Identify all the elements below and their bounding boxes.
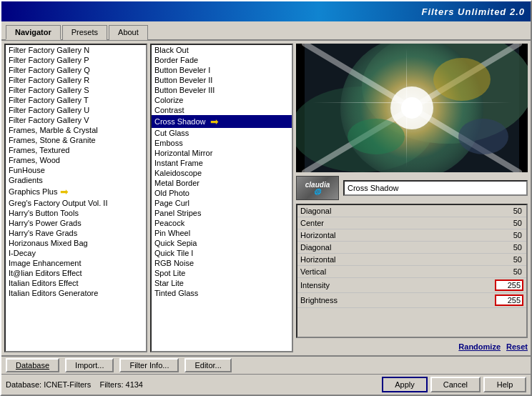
left-filter-list[interactable]: Filter Factory Gallery N Filter Factory … [4,44,147,352]
param-row-diagonal2: Diagonal 50 [297,242,526,254]
tab-navigator[interactable]: Navigator [6,25,61,40]
tab-presets[interactable]: Presets [62,25,107,40]
filter-logo: claudia 🌐 [296,176,339,200]
reset-button[interactable]: Reset [506,342,528,351]
middle-item[interactable]: Button Beveler III [152,85,292,95]
list-item[interactable]: Frames, Marble & Crystal [6,125,146,135]
arrow-icon: ➡ [60,186,69,197]
middle-item[interactable]: Pin Wheel [152,228,292,238]
middle-item[interactable]: Kaleidoscope [152,168,292,178]
middle-item[interactable]: Emboss [152,138,292,148]
bottom-toolbar: Database Import... Filter Info... Editor… [1,355,531,374]
randomize-button[interactable]: Randomize [458,342,501,351]
param-row-horizontal1: Horizontal 50 [297,229,526,242]
middle-item[interactable]: Quick Sepia [152,238,292,248]
main-window: Filters Unlimited 2.0 Navigator Presets … [0,0,532,396]
middle-item[interactable]: Spot Lite [152,268,292,278]
param-row-center: Center 50 [297,217,526,229]
param-row-horizontal2: Horizontal 50 [297,254,526,266]
footer-buttons: Apply Cancel Help [382,377,526,392]
middle-item[interactable]: Horizontal Mirror [152,148,292,158]
middle-item[interactable]: Border Fade [152,55,292,65]
list-item[interactable]: Filter Factory Gallery S [6,85,146,95]
randomize-reset-row: Randomize Reset [296,341,528,352]
apply-button[interactable]: Apply [382,377,428,392]
middle-item[interactable]: Contrast [152,105,292,115]
list-item[interactable]: Filter Factory Gallery N [6,45,146,55]
filter-info-button[interactable]: Filter Info... [119,358,179,372]
middle-item[interactable]: Button Beveler II [152,75,292,85]
svg-point-12 [458,119,508,154]
param-row-brightness: Brightness 255 [297,293,526,308]
list-item[interactable]: Harry's Button Tools [6,208,146,218]
cancel-button[interactable]: Cancel [430,377,481,392]
list-item[interactable]: Italian Editors Effect [6,278,146,288]
middle-item[interactable]: Old Photo [152,188,292,198]
middle-item[interactable]: Panel Stripes [152,208,292,218]
middle-filter-list[interactable]: Black Out Border Fade Button Beveler I B… [150,44,293,352]
middle-item[interactable]: Peacock [152,218,292,228]
list-item[interactable]: Filter Factory Gallery T [6,95,146,105]
list-item[interactable]: Filter Factory Gallery R [6,75,146,85]
import-button[interactable]: Import... [65,358,114,372]
middle-item[interactable]: Metal Border [152,178,292,188]
middle-item[interactable]: Star Lite [152,278,292,288]
param-row-vertical: Vertical 50 [297,266,526,278]
filter-info-row: claudia 🌐 Cross Shadow [296,175,528,201]
list-item[interactable]: Greg's Factory Output Vol. II [6,198,146,208]
arrow-icon: ➡ [210,116,219,127]
list-item[interactable]: Horizonaus Mixed Bag [6,238,146,248]
list-item[interactable]: Graphics Plus ➡ [6,185,146,198]
footer: Database: ICNET-Filters Filters: 4134 Ap… [1,374,531,395]
database-button[interactable]: Database [6,358,59,372]
right-panel: claudia 🌐 Cross Shadow Diagonal 50 Cente… [296,44,528,352]
svg-point-9 [401,97,423,119]
middle-item[interactable]: Page Curl [152,198,292,208]
list-item[interactable]: Filter Factory Gallery U [6,105,146,115]
title-text: Filters Unlimited 2.0 [421,6,525,17]
list-item[interactable]: Harry's Power Grads [6,218,146,228]
middle-item[interactable]: Cut Glass [152,128,292,138]
middle-item[interactable]: Tinted Glass [152,288,292,298]
tab-about[interactable]: About [109,25,148,40]
list-item[interactable]: I-Decay [6,248,146,258]
middle-item[interactable]: Instant Frame [152,158,292,168]
list-item[interactable]: Filter Factory Gallery P [6,55,146,65]
preview-canvas [296,44,528,172]
editor-button[interactable]: Editor... [184,358,231,372]
help-button[interactable]: Help [483,377,526,392]
main-content: Filter Factory Gallery N Filter Factory … [1,41,531,355]
param-row-diagonal1: Diagonal 50 [297,205,526,217]
list-item[interactable]: Frames, Stone & Granite [6,135,146,145]
tab-bar: Navigator Presets About [1,21,531,41]
middle-item[interactable]: RGB Noise [152,258,292,268]
params-table[interactable]: Diagonal 50 Center 50 Horizontal 50 Diag… [296,204,528,338]
list-item[interactable]: Harry's Rave Grads [6,228,146,238]
list-item[interactable]: Italian Editors Generatore [6,288,146,298]
middle-item-selected[interactable]: Cross Shadow ➡ [152,115,292,128]
middle-item[interactable]: Black Out [152,45,292,55]
list-item[interactable]: Filter Factory Gallery Q [6,65,146,75]
list-item[interactable]: Filter Factory Gallery V [6,115,146,125]
middle-item[interactable]: Quick Tile I [152,248,292,258]
list-item[interactable]: Frames, Textured [6,145,146,155]
list-item[interactable]: Gradients [6,175,146,185]
svg-point-10 [433,58,491,101]
middle-item[interactable]: Button Beveler I [152,65,292,75]
list-item[interactable]: FunHouse [6,165,146,175]
title-bar: Filters Unlimited 2.0 [1,1,531,21]
list-item[interactable]: Frames, Wood [6,155,146,165]
footer-status: Database: ICNET-Filters Filters: 4134 [6,380,143,389]
middle-item[interactable]: Colorize [152,95,292,105]
preview-image [296,44,528,172]
list-item[interactable]: Image Enhancement [6,258,146,268]
param-row-intensity: Intensity 255 [297,278,526,293]
filter-name-display: Cross Shadow [343,180,528,196]
svg-point-11 [348,119,405,154]
list-item[interactable]: It@lian Editors Effect [6,268,146,278]
